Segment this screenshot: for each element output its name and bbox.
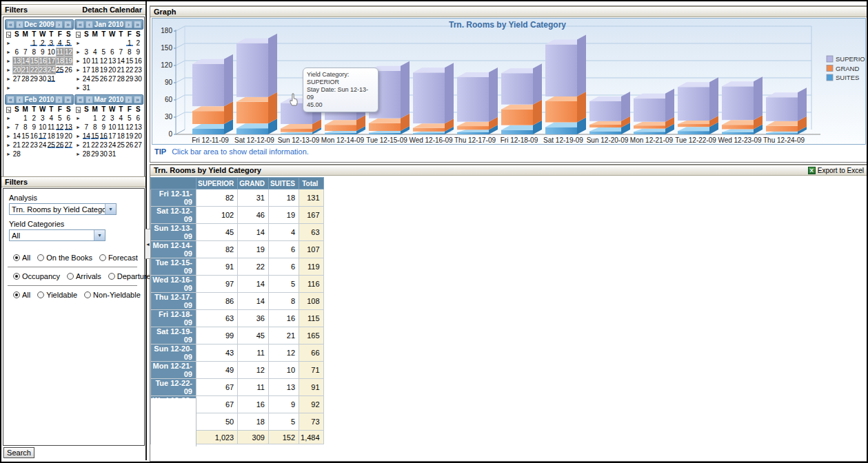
calendar-day[interactable]: 8: [30, 48, 39, 56]
bar-segment-superior[interactable]: [413, 72, 445, 123]
calendar-day[interactable]: 3: [82, 48, 91, 56]
calendar-day[interactable]: 6: [12, 48, 21, 56]
week-select-arrow-icon[interactable]: ►: [74, 48, 82, 56]
calendar-day[interactable]: 12: [56, 123, 65, 132]
calendar-day[interactable]: 29: [125, 74, 134, 83]
table-row[interactable]: Sat 12-19-09994521165: [151, 327, 324, 344]
export-to-excel-button[interactable]: X Export to Excel: [808, 165, 864, 176]
bar-segment-suites[interactable]: [545, 127, 577, 135]
week-select-arrow-icon[interactable]: ►: [74, 114, 82, 123]
calendar-day[interactable]: 11: [56, 48, 65, 56]
calendar-day[interactable]: 19: [56, 132, 65, 141]
calendar-day[interactable]: 15: [91, 132, 100, 141]
calendar-day[interactable]: 13: [64, 123, 73, 132]
bar-segment-grand[interactable]: [634, 125, 665, 129]
calendar-day[interactable]: 24: [82, 74, 91, 83]
calendar-day[interactable]: 20: [134, 132, 143, 141]
calendar-day[interactable]: 23: [30, 141, 39, 150]
calendar-day[interactable]: 3: [108, 114, 117, 123]
calendar-day[interactable]: 9: [99, 123, 108, 132]
next-month-icon[interactable]: ›: [125, 96, 132, 103]
prev-year-icon[interactable]: «: [77, 96, 84, 103]
bar-segment-superior[interactable]: [545, 45, 577, 97]
week-select-arrow-icon[interactable]: ►: [5, 141, 12, 150]
calendar-day[interactable]: 5: [64, 39, 73, 48]
calendar-day[interactable]: 18: [117, 132, 125, 141]
calendar-day[interactable]: 17: [39, 132, 48, 141]
week-select-arrow-icon[interactable]: ►: [74, 123, 82, 132]
bar-segment-superior[interactable]: [722, 86, 754, 120]
bar-segment-superior[interactable]: [678, 87, 709, 121]
prev-month-icon[interactable]: ‹: [16, 96, 23, 103]
calendar-day[interactable]: 8: [91, 123, 100, 132]
calendar-day[interactable]: 1: [30, 39, 39, 48]
bar-segment-superior[interactable]: [236, 43, 268, 97]
calendar-day[interactable]: 19: [64, 56, 73, 65]
week-select-arrow-icon[interactable]: ►: [74, 65, 82, 74]
calendar-day[interactable]: 13: [134, 123, 143, 132]
calendar-day[interactable]: 22: [30, 65, 39, 74]
calendar-day[interactable]: 4: [117, 114, 125, 123]
bar-segment-grand[interactable]: [501, 110, 533, 125]
week-select-arrow-icon[interactable]: ►: [5, 150, 12, 158]
bar-segment-grand[interactable]: [281, 128, 312, 132]
calendar-day[interactable]: 21: [117, 65, 125, 74]
bar-segment-grand[interactable]: [369, 123, 401, 131]
calendar-day[interactable]: 2: [30, 114, 39, 123]
week-select-arrow-icon[interactable]: ►: [74, 150, 82, 158]
radio-option-arrivals[interactable]: Arrivals: [67, 272, 101, 280]
bar-segment-suites[interactable]: [192, 129, 224, 134]
calendar-day[interactable]: 21: [82, 141, 91, 150]
next-year-icon[interactable]: »: [64, 96, 72, 103]
calendar-day[interactable]: 27: [12, 74, 21, 83]
calendar-day[interactable]: 12: [125, 123, 134, 132]
bar-segment-suites[interactable]: [766, 133, 798, 134]
prev-year-icon[interactable]: «: [77, 21, 84, 28]
calendar-day[interactable]: 16: [134, 56, 143, 65]
calendar-day[interactable]: 22: [125, 65, 134, 74]
bar-segment-superior[interactable]: [634, 99, 665, 122]
bar-segment-suites[interactable]: [281, 134, 312, 135]
bar-segment-superior[interactable]: [766, 97, 798, 121]
calendar-day[interactable]: 23: [134, 65, 143, 74]
calendar-day[interactable]: 30: [134, 74, 143, 83]
week-select-arrow-icon[interactable]: ►: [5, 65, 12, 74]
calendar-day[interactable]: 15: [21, 132, 30, 141]
calendar-day[interactable]: 3: [39, 114, 48, 123]
radio-option-on-the-books[interactable]: On the Books: [37, 254, 92, 262]
calendar-day[interactable]: 14: [117, 56, 125, 65]
table-row[interactable]: Tue 12-22-0967111391: [151, 379, 324, 396]
bar-segment-grand[interactable]: [457, 126, 489, 130]
calendar-day[interactable]: 14: [12, 132, 21, 141]
calendar-day[interactable]: 16: [30, 132, 39, 141]
calendar-day[interactable]: 5: [99, 48, 108, 56]
calendar-day[interactable]: 6: [64, 114, 73, 123]
radio-option-yieldable[interactable]: Yieldable: [37, 291, 77, 299]
calendar-day[interactable]: 22: [21, 141, 30, 150]
calendar-day[interactable]: 12: [64, 48, 73, 56]
next-month-icon[interactable]: ›: [55, 96, 63, 103]
calendar-day[interactable]: 28: [117, 74, 125, 83]
calendar-day[interactable]: 27: [64, 141, 73, 150]
calendar-day[interactable]: 17: [82, 65, 91, 74]
calendar-day[interactable]: 5: [56, 114, 65, 123]
prev-month-icon[interactable]: ‹: [85, 21, 93, 28]
calendar-day[interactable]: 25: [91, 74, 100, 83]
search-button[interactable]: Search: [3, 447, 34, 458]
calendar-day[interactable]: 24: [108, 141, 117, 150]
calendar-day[interactable]: 28: [82, 150, 91, 158]
calendar-day[interactable]: 1: [125, 39, 134, 48]
radio-option-departures[interactable]: Departures: [108, 272, 154, 280]
week-select-arrow-icon[interactable]: ►: [74, 56, 82, 65]
calendar-day[interactable]: 29: [91, 150, 100, 158]
bar-segment-grand[interactable]: [678, 124, 709, 127]
bar-segment-superior[interactable]: [457, 77, 489, 122]
table-row[interactable]: Tue 12-15-0991226119: [151, 258, 324, 276]
bar-segment-superior[interactable]: [501, 73, 533, 104]
table-row[interactable]: Fri 12-18-09633616115: [151, 310, 324, 327]
table-row[interactable]: Fri 12-11-09823118131: [151, 189, 324, 207]
calendar-day[interactable]: 8: [21, 123, 30, 132]
calendar-day[interactable]: 27: [134, 141, 143, 150]
bar-segment-suites[interactable]: [325, 133, 356, 134]
next-year-icon[interactable]: »: [134, 21, 141, 28]
